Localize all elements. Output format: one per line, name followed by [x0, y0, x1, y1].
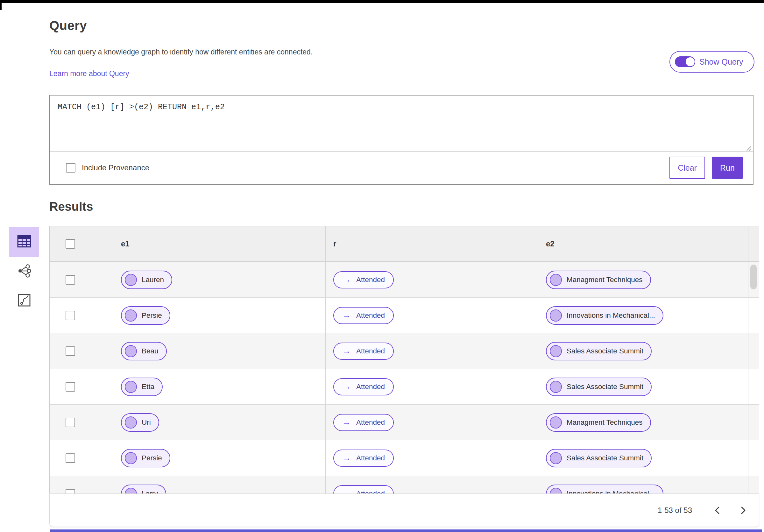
previous-page-button[interactable]	[710, 504, 724, 517]
page-description: You can query a knowledge graph to ident…	[49, 48, 312, 56]
column-header-e1[interactable]: e1	[113, 226, 326, 262]
entity-pill-e1[interactable]: Persie	[121, 449, 170, 467]
clear-button[interactable]: Clear	[669, 157, 705, 179]
entity-pill-e2[interactable]: Sales Associate Summit	[546, 342, 652, 360]
path-map-icon	[18, 293, 31, 308]
table-view-button[interactable]	[9, 227, 39, 257]
row-checkbox[interactable]	[66, 275, 75, 284]
select-all-checkbox[interactable]	[66, 239, 75, 249]
relation-pill[interactable]: → Attended	[333, 307, 394, 324]
relation-pill[interactable]: → Attended	[333, 378, 394, 395]
arrow-right-icon: →	[342, 489, 351, 493]
relation-pill[interactable]: → Attended	[333, 485, 394, 494]
entity-pill-e1[interactable]: Lauren	[121, 270, 172, 289]
graph-view-button[interactable]	[9, 257, 39, 286]
page-title: Query	[49, 19, 87, 33]
table-row: Lauren → Attended Managment Techniques	[50, 262, 759, 298]
table-icon	[17, 235, 31, 249]
bottom-accent-strip	[50, 529, 762, 532]
results-title: Results	[49, 200, 93, 214]
table-row: Persie → Attended Innovations in Mechani…	[50, 298, 759, 333]
entity-node-icon	[550, 452, 562, 464]
entity-node-icon	[125, 417, 137, 429]
table-row: Larry → Attended Innovations in Mechanic…	[50, 476, 759, 493]
table-body: Lauren → Attended Managment Techniques	[50, 262, 759, 493]
table-header-row: e1 r e2	[50, 226, 759, 262]
results-table: e1 r e2 Lauren → Attended	[49, 226, 759, 493]
left-black-notch	[0, 0, 2, 10]
entity-node-icon	[125, 274, 137, 286]
entity-node-icon	[125, 381, 137, 393]
learn-more-link[interactable]: Learn more about Query	[49, 70, 129, 78]
entity-pill-e2[interactable]: Innovations in Mechanical...	[546, 306, 664, 325]
entity-node-icon	[550, 488, 562, 494]
arrow-right-icon: →	[342, 418, 351, 427]
entity-pill-e1[interactable]: Persie	[121, 306, 170, 325]
query-panel: MATCH (e1)-[r]->(e2) RETURN e1,r,e2 Incl…	[49, 95, 753, 185]
table-row: Persie → Attended Sales Associate Summit	[50, 440, 759, 476]
column-header-r[interactable]: r	[326, 226, 538, 262]
show-query-toggle-button[interactable]: Show Query	[669, 51, 754, 73]
pagination-bar: 1-53 of 53	[49, 493, 759, 527]
entity-node-icon	[125, 488, 137, 494]
include-provenance-checkbox[interactable]	[66, 163, 76, 173]
include-provenance-option[interactable]: Include Provenance	[66, 163, 149, 173]
entity-node-icon	[550, 417, 562, 429]
entity-node-icon	[125, 309, 137, 321]
toggle-on-icon[interactable]	[675, 56, 695, 67]
row-checkbox[interactable]	[66, 453, 75, 463]
network-graph-icon	[17, 264, 32, 279]
include-provenance-label: Include Provenance	[82, 163, 149, 172]
entity-pill-e2[interactable]: Managment Techniques	[546, 413, 651, 432]
row-checkbox[interactable]	[66, 382, 75, 392]
query-text: MATCH (e1)-[r]->(e2) RETURN e1,r,e2	[58, 102, 225, 112]
entity-pill-e1[interactable]: Beau	[121, 342, 167, 360]
entity-node-icon	[550, 274, 562, 286]
path-view-button[interactable]	[9, 286, 39, 315]
relation-pill[interactable]: → Attended	[333, 449, 394, 467]
row-checkbox[interactable]	[66, 311, 75, 320]
arrow-right-icon: →	[342, 275, 351, 284]
row-checkbox[interactable]	[66, 489, 75, 494]
results-view-switcher	[9, 227, 39, 315]
query-page: Query You can query a knowledge graph to…	[0, 0, 764, 532]
arrow-right-icon: →	[342, 454, 351, 462]
entity-node-icon	[550, 309, 562, 321]
entity-pill-e1[interactable]: Etta	[121, 378, 163, 396]
next-page-button[interactable]	[737, 504, 750, 517]
table-row: Uri → Attended Managment Techniques	[50, 405, 759, 440]
entity-node-icon	[125, 345, 137, 357]
entity-pill-e2[interactable]: Sales Associate Summit	[546, 449, 652, 467]
entity-pill-e2[interactable]: Sales Associate Summit	[546, 378, 652, 396]
entity-pill-e1[interactable]: Uri	[121, 413, 159, 432]
top-black-bar	[0, 0, 764, 3]
show-query-label: Show Query	[699, 57, 743, 67]
entity-node-icon	[125, 452, 137, 464]
row-checkbox[interactable]	[66, 418, 75, 427]
entity-node-icon	[550, 345, 562, 357]
column-header-e2[interactable]: e2	[538, 226, 748, 262]
resize-handle-icon[interactable]	[746, 144, 751, 150]
pagination-range-label: 1-53 of 53	[658, 506, 692, 515]
query-panel-footer: Include Provenance Clear Run	[50, 152, 753, 184]
table-row: Beau → Attended Sales Associate Summit	[50, 333, 759, 369]
table-row: Etta → Attended Sales Associate Summit	[50, 369, 759, 405]
entity-node-icon	[550, 381, 562, 393]
run-button[interactable]: Run	[712, 157, 743, 179]
query-editor[interactable]: MATCH (e1)-[r]->(e2) RETURN e1,r,e2	[50, 95, 753, 152]
arrow-right-icon: →	[342, 347, 351, 355]
row-checkbox[interactable]	[66, 346, 75, 356]
relation-pill[interactable]: → Attended	[333, 343, 394, 360]
relation-pill[interactable]: → Attended	[333, 271, 394, 288]
vertical-scrollbar-thumb[interactable]	[750, 265, 757, 289]
entity-pill-e2[interactable]: Innovations in Mechanical...	[546, 484, 664, 494]
relation-pill[interactable]: → Attended	[333, 414, 394, 431]
arrow-right-icon: →	[342, 311, 351, 320]
entity-pill-e1[interactable]: Larry	[121, 484, 166, 494]
entity-pill-e2[interactable]: Managment Techniques	[546, 270, 651, 289]
arrow-right-icon: →	[342, 382, 351, 391]
